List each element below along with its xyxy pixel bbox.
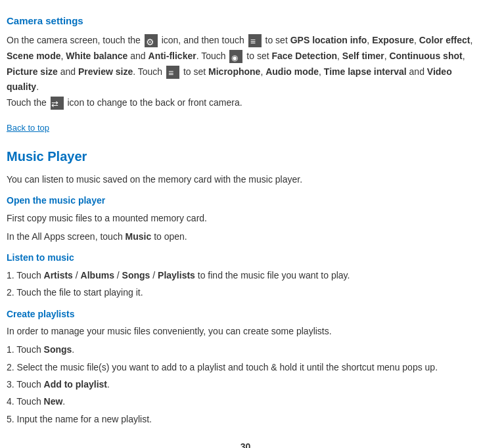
preview-size-label: Preview size: [78, 66, 133, 77]
copy-files-step: First copy music files to a mounted memo…: [7, 211, 484, 225]
artists-bold: Artists: [44, 270, 73, 280]
create-step-1: 1. Touch Songs.: [7, 342, 484, 357]
open-music-player-title: Open the music player: [7, 193, 484, 208]
albums-bold: Albums: [81, 270, 114, 280]
white-balance-label: White balance: [66, 51, 127, 61]
back-to-top-section: Back to top: [7, 120, 484, 135]
menu-icon: [248, 34, 262, 47]
songs-bold-2: Songs: [44, 344, 72, 355]
page-number: 30: [7, 439, 484, 448]
create-playlists-intro: In order to manage your music files conv…: [7, 324, 484, 338]
listen-step-1: 1. Touch Artists / Albums / Songs / Play…: [7, 268, 484, 282]
back-to-top-link[interactable]: Back to top: [7, 123, 49, 133]
camera-intro-paragraph: On the camera screen, touch the icon, an…: [7, 33, 484, 111]
anti-flicker-label: Anti-flicker: [149, 51, 196, 61]
music-bold: Music: [126, 231, 152, 242]
listen-step-2: 2. Touch the file to start playing it.: [7, 285, 484, 300]
self-timer-label: Self timer: [342, 51, 384, 61]
new-bold: New: [44, 396, 63, 407]
picture-size-label: Picture size: [7, 66, 58, 77]
gear-icon: [145, 34, 158, 47]
time-lapse-label: Time lapse interval: [324, 66, 407, 77]
exposure-label: Exposure: [372, 35, 414, 45]
menu2-icon: [166, 66, 179, 79]
listen-to-music-title: Listen to music: [7, 250, 484, 265]
audio-mode-label: Audio mode: [265, 66, 319, 77]
create-step-2: 2. Select the music file(s) you want to …: [7, 360, 484, 374]
scene-mode-label: Scene mode: [7, 51, 60, 61]
microphone-label: Microphone: [208, 66, 260, 77]
create-step-5: 5. Input the name for a new playlist.: [7, 412, 484, 426]
music-player-heading: Music Player: [7, 146, 484, 167]
camera-settings-section: Camera settings On the camera screen, to…: [7, 13, 484, 111]
songs-bold: Songs: [122, 270, 150, 280]
playlists-bold: Playlists: [158, 270, 195, 280]
create-step-4: 4. Touch New.: [7, 394, 484, 409]
color-effect-label: Color effect: [419, 35, 470, 45]
camera-settings-title: Camera settings: [7, 13, 484, 29]
music-player-section: Music Player You can listen to music sav…: [7, 146, 484, 426]
switch-icon: [51, 97, 64, 110]
music-player-intro: You can listen to music saved on the mem…: [7, 172, 484, 187]
create-playlists-title: Create playlists: [7, 307, 484, 321]
open-music-step: In the All Apps screen, touch Music to o…: [7, 229, 484, 244]
gps-label: GPS location info: [290, 35, 367, 45]
add-to-playlist-bold: Add to playlist: [44, 379, 107, 390]
face-detection-label: Face Detection: [271, 51, 337, 61]
create-step-3: 3. Touch Add to playlist.: [7, 377, 484, 392]
camera-icon: [229, 50, 242, 63]
continuous-shot-label: Continuous shot: [389, 51, 462, 61]
